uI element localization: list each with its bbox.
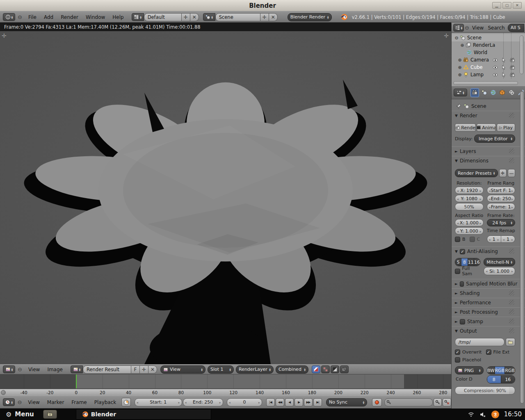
menu-add[interactable]: Add (40, 14, 57, 20)
tab-world[interactable] (489, 88, 498, 97)
visibility-eye-icon[interactable] (493, 57, 498, 63)
scene-name[interactable]: Scene (215, 13, 260, 21)
image-menu-view[interactable]: View (25, 367, 43, 372)
panel-header-layers[interactable]: ► Layers (452, 147, 525, 156)
delete-keyframe-button[interactable] (443, 398, 451, 406)
motion-blur-checkbox[interactable]: ✓ (460, 281, 464, 287)
jump-to-start-button[interactable]: |◀ (266, 398, 275, 406)
image-view-mode-select[interactable]: View ▲▼ (160, 365, 205, 374)
window-titlebar[interactable]: Blender ▁ ▢ ✕ (0, 0, 525, 11)
outliner-item-camera[interactable]: ⊕ Camera (452, 56, 525, 64)
delete-scene-button[interactable]: ✕ (269, 13, 278, 21)
output-path-field[interactable]: /tmp/ (455, 338, 504, 346)
draw-channels-rgb-button[interactable] (340, 365, 349, 373)
timeline-menu-frame[interactable]: Frame (68, 399, 90, 405)
add-layout-button[interactable]: ✛ (182, 13, 190, 21)
current-frame-field[interactable]: ◂0▸ (227, 398, 262, 406)
remap-old-field[interactable]: ◂1▸ (487, 236, 501, 242)
minimize-button[interactable]: ▁ (492, 2, 501, 9)
panel-header-stamp[interactable]: ► ✓ Stamp (452, 317, 525, 326)
fps-select[interactable]: 24 fps▲▼ (487, 219, 516, 226)
delete-layout-button[interactable]: ✕ (190, 13, 199, 21)
file-format-select[interactable]: PNG ▲▼ (455, 366, 484, 374)
screen-layout-browse-button[interactable]: ▲▼ (132, 13, 144, 21)
depth-8[interactable]: 8 (487, 376, 501, 383)
selectability-cursor-icon[interactable] (501, 57, 507, 63)
next-keyframe-button[interactable]: ▶▶ (304, 398, 313, 406)
visibility-eye-icon[interactable] (493, 72, 498, 78)
draw-channels-color-alpha-button[interactable] (312, 365, 320, 373)
display-select[interactable]: Image Editor ▲▼ (474, 135, 515, 143)
aspect-y-field[interactable]: ◂Y: 1.000▸ (455, 227, 484, 235)
expand-icon[interactable]: ⊕ (457, 65, 462, 70)
start-frame-field[interactable]: ◂Start: 1▸ (135, 398, 182, 406)
jump-to-end-button[interactable]: ▶| (313, 398, 322, 406)
depth-16[interactable]: 16 (501, 376, 515, 383)
aa-size-field[interactable]: ◂Si: 1.000▸ (484, 267, 515, 275)
stamp-checkbox[interactable]: ✓ (460, 319, 465, 324)
system-menu-button[interactable]: ⚙ Menu (6, 411, 34, 418)
aa-samples-16[interactable]: 16 (474, 258, 480, 266)
timeline-menu-playback[interactable]: Playback (91, 399, 120, 405)
taskbar-app-blender[interactable]: Blender (76, 409, 211, 420)
tab-render[interactable] (470, 88, 479, 97)
timeline-playhead[interactable] (76, 374, 77, 389)
menu-file[interactable]: File (25, 14, 40, 20)
timeline-menu-marker[interactable]: Marker (43, 399, 68, 405)
collapse-menus-icon[interactable]: ⊖ (465, 25, 469, 31)
collapse-menus-icon[interactable]: ⊖ (18, 14, 22, 20)
visibility-eye-icon[interactable] (493, 65, 498, 70)
overwrite-checkbox[interactable]: ✓ (455, 349, 460, 355)
frame-end-field[interactable]: ◂End: 250▸ (487, 195, 516, 202)
collapse-menus-icon[interactable]: ⊖ (18, 366, 22, 372)
panel-header-motion-blur[interactable]: ► ✓ Sampled Motion Blur (452, 279, 525, 288)
editor-type-button-timeline[interactable]: ▲▼ (3, 398, 15, 406)
file-extensions-checkbox[interactable]: ✓ (486, 349, 491, 355)
render-pass-select[interactable]: Combined ▲▼ (276, 365, 308, 374)
expand-icon[interactable]: ⊕ (457, 57, 462, 63)
add-preset-button[interactable]: ✛ (499, 169, 507, 177)
timeline-menu-view[interactable]: View (24, 399, 43, 405)
render-layer-select[interactable]: RenderLayer ▲▼ (236, 365, 274, 374)
auto-keyframe-record-button[interactable] (372, 398, 382, 406)
editor-type-button-properties[interactable]: ▲▼ (454, 89, 467, 96)
close-button[interactable]: ✕ (513, 2, 522, 9)
animation-button[interactable]: Anima (477, 123, 496, 132)
aa-filter-select[interactable]: Mitchell-N▲▼ (484, 258, 515, 266)
outliner-item-world[interactable]: World (452, 49, 525, 56)
anti-aliasing-checkbox[interactable]: ✓ (460, 249, 465, 254)
insert-keyframe-button[interactable] (434, 398, 442, 406)
render-presets-select[interactable]: Render Presets ▲▼ (455, 169, 498, 177)
draw-channels-alpha-button[interactable] (321, 365, 330, 373)
sync-mode-select[interactable]: No Sync ▲▼ (326, 398, 367, 406)
ime-indicator-icon[interactable] (491, 411, 499, 418)
tab-object[interactable] (498, 88, 507, 97)
outliner-item-scene[interactable]: ⊖ Scene (452, 34, 525, 41)
menu-help[interactable]: Help (109, 14, 127, 20)
panel-header-output[interactable]: ▼ Output (452, 326, 525, 336)
image-datablock-name[interactable]: Render Result (83, 365, 131, 374)
selectability-cursor-icon[interactable] (501, 65, 507, 70)
unlink-image-button[interactable]: ✕ (148, 365, 157, 374)
editor-type-button-image[interactable]: ▲▼ (3, 365, 15, 373)
aa-samples-11[interactable]: 11 (468, 258, 474, 266)
slot-select[interactable]: Slot 1 ▲▼ (208, 365, 234, 374)
file-browse-button[interactable] (506, 338, 515, 346)
editor-type-button-info[interactable]: ▲▼ (3, 13, 15, 21)
expand-icon[interactable]: ⊕ (457, 72, 462, 78)
compression-slider[interactable]: Compression: 90% (455, 386, 515, 395)
frame-start-field[interactable]: ◂Start F: 1▸ (487, 187, 516, 194)
collapse-icon[interactable]: ⊖ (454, 35, 459, 41)
outliner-horizontal-scrollbar[interactable] (453, 81, 518, 85)
expand-icon[interactable]: ⊕ (460, 43, 465, 48)
use-preview-range-button[interactable] (121, 398, 131, 406)
aa-samples-8[interactable]: 8 (461, 258, 467, 266)
menu-window[interactable]: Window (82, 14, 109, 20)
pin-icon[interactable] (456, 103, 461, 109)
current-frame-field[interactable]: ◂Frame: 1▸ (487, 203, 516, 210)
remap-new-field[interactable]: ◂1▸ (501, 236, 515, 242)
screen-layout-name[interactable]: Default (144, 13, 182, 21)
outliner-vertical-scrollbar[interactable] (520, 35, 524, 74)
resolution-scale-slider[interactable]: 50% (455, 203, 484, 210)
play-reverse-button[interactable]: ◀ (285, 398, 294, 406)
